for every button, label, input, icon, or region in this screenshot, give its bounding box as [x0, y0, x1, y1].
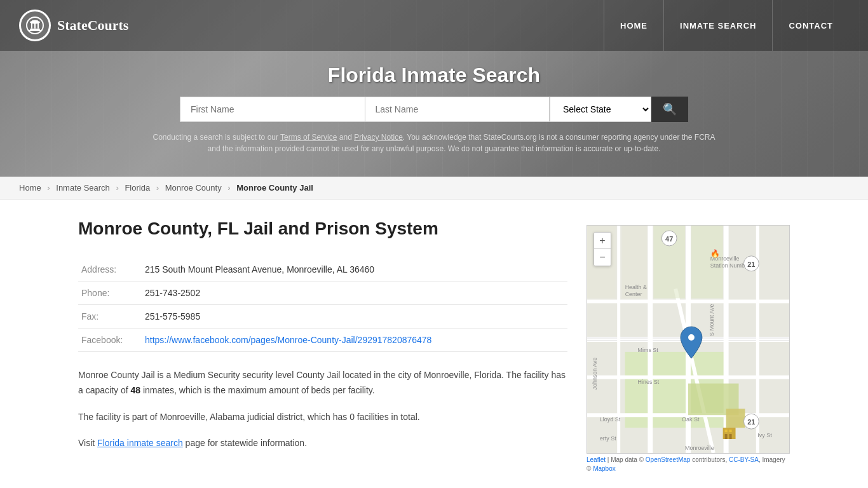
svg-rect-27	[726, 409, 745, 428]
search-bar: Select State Alabama Alaska Arizona Flor…	[180, 97, 688, 122]
address-row: Address: 215 South Mount Pleasant Avenue…	[78, 258, 567, 281]
svg-text:47: 47	[665, 235, 673, 243]
breadcrumb: Home › Inmate Search › Florida › Monroe …	[0, 177, 868, 200]
phone-value: 251-743-2502	[142, 281, 567, 305]
breadcrumb-sep-4: ›	[227, 183, 230, 193]
main-content: Monroe County, FL Jail and Prison System…	[53, 200, 815, 488]
svg-text:Mims St: Mims St	[638, 347, 659, 353]
state-select[interactable]: Select State Alabama Alaska Arizona Flor…	[550, 97, 651, 122]
mapbox-link[interactable]: Mapbox	[593, 465, 616, 472]
leaflet-link[interactable]: Leaflet	[587, 456, 606, 463]
last-name-input[interactable]	[365, 97, 550, 122]
description-paragraph-1: Monroe County Jail is a Medium Security …	[78, 368, 567, 398]
facebook-link[interactable]: https://www.facebook.com/pages/Monroe-Co…	[145, 335, 431, 345]
fax-label: Fax:	[78, 305, 142, 329]
disclaimer-text: Conducting a search is subject to our Te…	[148, 132, 720, 167]
svg-rect-1	[30, 29, 40, 30]
svg-point-7	[32, 20, 38, 22]
breadcrumb-current: Monroe County Jail	[236, 183, 313, 193]
breadcrumb-monroe-county[interactable]: Monroe County	[165, 183, 222, 193]
breadcrumb-florida[interactable]: Florida	[125, 183, 150, 193]
svg-text:Center: Center	[625, 291, 642, 297]
privacy-link[interactable]: Privacy Notice	[354, 133, 403, 142]
address-value: 215 South Mount Pleasant Avenue, Monroev…	[142, 258, 567, 281]
svg-point-49	[688, 334, 695, 341]
fax-row: Fax: 251-575-5985	[78, 305, 567, 329]
svg-text:erty St: erty St	[600, 435, 616, 442]
facility-details-table: Address: 215 South Mount Pleasant Avenue…	[78, 258, 567, 352]
address-label: Address:	[78, 258, 142, 281]
logo-icon	[19, 10, 51, 41]
svg-text:🔥: 🔥	[710, 248, 720, 258]
svg-text:Health &: Health &	[625, 284, 647, 290]
phone-label: Phone:	[78, 281, 142, 305]
svg-text:21: 21	[747, 418, 755, 426]
svg-text:S Mount Ave: S Mount Ave	[709, 304, 715, 336]
map-zoom-in[interactable]: +	[594, 233, 611, 249]
svg-rect-54	[729, 434, 732, 439]
site-header: StateCourts HOME INMATE SEARCH CONTACT F…	[0, 0, 868, 177]
svg-text:Johnson Ave: Johnson Ave	[592, 357, 598, 390]
header-content: Florida Inmate Search Select State Alaba…	[0, 51, 868, 177]
florida-inmate-search-link[interactable]: Florida inmate search	[97, 438, 183, 448]
svg-rect-2	[29, 30, 41, 31]
facility-info: Monroe County, FL Jail and Prison System…	[78, 219, 567, 473]
breadcrumb-home[interactable]: Home	[19, 183, 41, 193]
breadcrumb-sep-1: ›	[47, 183, 50, 193]
site-logo[interactable]: StateCourts	[19, 10, 128, 41]
logo-text: StateCourts	[57, 17, 128, 34]
fax-value: 251-575-5985	[142, 305, 567, 329]
svg-text:Ivy St: Ivy St	[757, 432, 772, 438]
map-attribution: Leaflet | Map data © OpenStreetMap contr…	[587, 456, 790, 473]
terms-link[interactable]: Terms of Service	[280, 133, 337, 142]
openstreetmap-link[interactable]: OpenStreetMap	[646, 456, 691, 463]
map-container: + −	[587, 225, 790, 473]
page-title: Florida Inmate Search	[19, 64, 849, 87]
cc-by-sa-link[interactable]: CC-BY-SA	[729, 456, 759, 463]
nav-links: HOME INMATE SEARCH CONTACT	[604, 0, 849, 51]
description-1-suffix: inmates, which is the maximum amount of …	[140, 385, 375, 395]
svg-text:21: 21	[747, 261, 755, 268]
description-paragraph-2: The facility is part of Monroeville, Ala…	[78, 410, 567, 425]
desc3-suffix: page for statewide information.	[183, 438, 307, 448]
svg-text:Monroeville: Monroeville	[685, 445, 714, 451]
facebook-row: Facebook: https://www.facebook.com/pages…	[78, 329, 567, 352]
top-navigation: StateCourts HOME INMATE SEARCH CONTACT	[0, 0, 868, 51]
svg-rect-52	[729, 430, 732, 432]
map-controls: + −	[593, 232, 611, 266]
svg-text:Oak St: Oak St	[682, 416, 700, 423]
capacity-value: 48	[131, 385, 141, 395]
column-icon	[25, 16, 44, 35]
breadcrumb-sep-3: ›	[156, 183, 159, 193]
phone-row: Phone: 251-743-2502	[78, 281, 567, 305]
breadcrumb-inmate-search[interactable]: Inmate Search	[56, 183, 110, 193]
description-paragraph-3: Visit Florida inmate search page for sta…	[78, 436, 567, 451]
facebook-value: https://www.facebook.com/pages/Monroe-Co…	[142, 329, 567, 352]
facility-description: Monroe County Jail is a Medium Security …	[78, 368, 567, 451]
first-name-input[interactable]	[180, 97, 365, 122]
svg-text:Lloyd St: Lloyd St	[600, 416, 621, 423]
nav-home[interactable]: HOME	[604, 0, 663, 51]
map-svg: 47 21 21 Monroeville Station Numb Health…	[587, 226, 789, 453]
map-zoom-out[interactable]: −	[594, 249, 611, 266]
svg-text:Hines St: Hines St	[638, 379, 660, 385]
svg-rect-51	[725, 430, 728, 432]
nav-inmate-search[interactable]: INMATE SEARCH	[663, 0, 772, 51]
map-box[interactable]: + −	[587, 225, 790, 454]
facility-title: Monroe County, FL Jail and Prison System	[78, 219, 567, 239]
svg-text:Station Numb: Station Numb	[710, 262, 745, 269]
desc3-prefix: Visit	[78, 438, 97, 448]
search-button[interactable]: 🔍	[651, 97, 688, 122]
nav-contact[interactable]: CONTACT	[772, 0, 849, 51]
svg-rect-53	[725, 434, 728, 439]
breadcrumb-sep-2: ›	[116, 183, 118, 193]
facebook-label: Facebook:	[78, 329, 142, 352]
